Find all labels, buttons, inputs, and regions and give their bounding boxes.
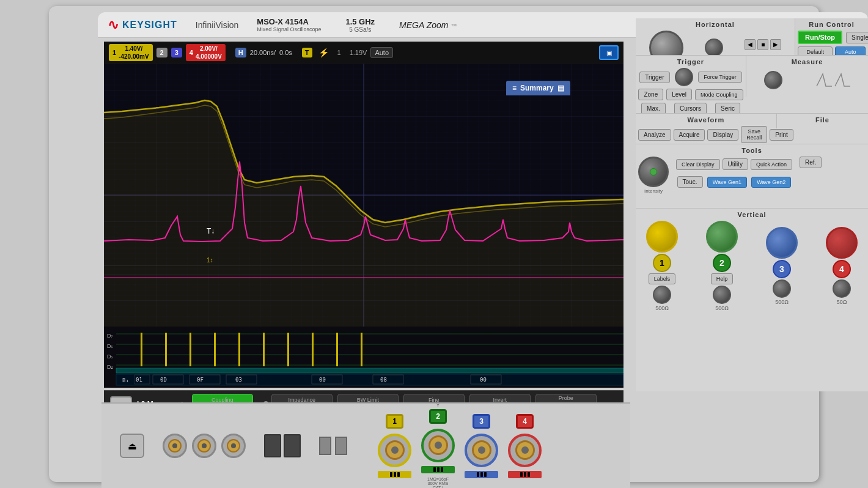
ch2-bnc: Y 2 1MΩ=16pF300V RMSCAT I: [421, 402, 455, 489]
ch3-pos-knob[interactable]: [773, 279, 791, 298]
probe-conn-3[interactable]: [221, 434, 246, 458]
file-section: File: [776, 113, 868, 128]
svg-rect-40: [336, 333, 338, 366]
svg-rect-36: [238, 333, 240, 366]
ch1-bnc-conn[interactable]: [378, 434, 411, 467]
usb-icon: ⏏: [128, 440, 137, 452]
analyze-btn[interactable]: Analyze: [638, 129, 671, 141]
right-panel: Horizontal Horiz Search ◀ ■ ▶ Navigate: [636, 18, 868, 391]
probe-conn-1[interactable]: [163, 434, 187, 458]
ch3-badge[interactable]: 3: [171, 48, 182, 57]
svg-text:08: 08: [380, 377, 387, 383]
ch2-badge[interactable]: 2: [156, 48, 167, 57]
save-recall-btn[interactable]: Save Recall: [741, 126, 767, 143]
run-stop-btn[interactable]: Run/Stop: [798, 31, 842, 44]
nav-prev[interactable]: ◀: [745, 39, 756, 50]
ch2-num-badge[interactable]: 2: [713, 254, 731, 272]
svg-text:D₅: D₅: [107, 353, 114, 360]
measure-knob[interactable]: [764, 71, 782, 89]
ch1-impedance: 500Ω: [655, 305, 669, 311]
ch4-bnc: 4: [508, 414, 542, 478]
trigger-knob[interactable]: [675, 68, 693, 86]
labels-btn[interactable]: Labels: [649, 273, 676, 284]
level-btn[interactable]: Level: [666, 89, 692, 100]
svg-text:0F: 0F: [197, 377, 204, 383]
trigger-btn[interactable]: Trigger: [639, 72, 669, 83]
ch4-scale-knob[interactable]: [826, 227, 858, 259]
nav-next[interactable]: ▶: [770, 39, 781, 50]
display-btn[interactable]: Display: [707, 129, 738, 141]
clear-display-btn[interactable]: Clear Display: [676, 159, 720, 170]
probe-conn-2[interactable]: [192, 434, 216, 458]
ch3-num-badge[interactable]: 3: [773, 260, 791, 278]
h-badge[interactable]: H: [235, 48, 246, 57]
ch2-scale-knob[interactable]: [706, 221, 738, 253]
mode-coupling-btn[interactable]: Mode Coupling: [695, 89, 743, 100]
grid-svg: T↓ 1↕: [104, 64, 623, 327]
summary-tab[interactable]: ≡ Summary ▤: [506, 81, 570, 95]
mode-badge[interactable]: Auto: [370, 47, 393, 58]
svg-rect-35: [214, 333, 216, 366]
force-trigger-btn[interactable]: Force Trigger: [698, 72, 742, 83]
spec-ghz: 1.5 GHz: [345, 17, 375, 26]
ch2-impedance: 500Ω: [715, 305, 729, 311]
search-knob[interactable]: [705, 39, 723, 57]
nav-stop[interactable]: ■: [757, 39, 768, 50]
ch2-bnc-conn[interactable]: [421, 429, 455, 462]
trig-in-port[interactable]: [319, 437, 331, 455]
ch1-num-badge[interactable]: 1: [653, 254, 671, 272]
intensity-knob[interactable]: [638, 157, 669, 187]
dropdown-container: ≡ Summary ▤ ≡ Summary ↕ Cursors ⊞ Measur…: [506, 81, 570, 95]
ch1-scale-knob[interactable]: [646, 221, 678, 253]
usb-port-2[interactable]: [284, 434, 301, 457]
utility-btn[interactable]: Utility: [723, 158, 748, 170]
ch1-badge[interactable]: 1 1.40V/ -420.00mV: [109, 44, 153, 61]
usb-port-1[interactable]: [264, 434, 281, 457]
print-btn[interactable]: Print: [770, 129, 793, 141]
zone-btn[interactable]: Zone: [638, 89, 663, 100]
svg-text:B₁: B₁: [122, 377, 129, 383]
series-name: InfiniiVision: [196, 20, 239, 30]
ch3-bnc-conn[interactable]: [465, 434, 498, 467]
trig-out-port[interactable]: [335, 437, 347, 455]
ch4-bnc-conn[interactable]: [508, 434, 542, 467]
acq-button[interactable]: ▣: [599, 45, 619, 60]
help-btn[interactable]: Help: [711, 273, 734, 284]
svg-text:D₄: D₄: [107, 364, 114, 370]
ref-btn[interactable]: Ref.: [800, 157, 822, 168]
usb-btn[interactable]: ⏏: [120, 434, 144, 458]
ch2-pos-knob[interactable]: [713, 286, 731, 304]
acquire-btn[interactable]: Acquire: [674, 129, 705, 141]
trigger-value: 1.19V: [350, 49, 367, 56]
spec-info: 1.5 GHz 5 GSa/s: [345, 17, 375, 33]
ch4-pos-knob[interactable]: [833, 279, 851, 298]
t-badge[interactable]: T: [302, 48, 312, 57]
trigger-title: Trigger: [638, 58, 743, 65]
svg-text:01: 01: [136, 377, 142, 383]
digital-svg: D₇ D₆ D₅ D₄ B₁ 01 0D 0F 03 00: [104, 327, 623, 388]
wave-gen2-btn[interactable]: Wave Gen2: [751, 177, 791, 188]
wave-gen1-btn[interactable]: Wave Gen1: [707, 177, 747, 188]
touch-btn[interactable]: Touc.: [677, 176, 703, 188]
ch4-num-badge[interactable]: 4: [833, 260, 851, 278]
quick-action-btn[interactable]: Quick Action: [751, 159, 792, 170]
ch1-pos-knob[interactable]: [653, 286, 671, 304]
svg-text:D₆: D₆: [107, 343, 114, 349]
digital-area: D₇ D₆ D₅ D₄ B₁ 01 0D 0F 03 00: [104, 327, 623, 388]
spec-gs: 5 GSa/s: [349, 26, 371, 33]
summary-list-icon: ▤: [557, 84, 564, 92]
model-name: MSO-X 4154A: [257, 17, 321, 26]
svg-text:03: 03: [235, 377, 242, 383]
run-control-title: Run Control: [798, 21, 866, 28]
ch3-scale-knob[interactable]: [766, 227, 798, 259]
ch4-badge[interactable]: 4 2.00V/ 4.00000V: [186, 44, 226, 61]
svg-rect-16: [116, 374, 623, 385]
svg-text:1↕: 1↕: [207, 257, 213, 264]
model-info: MSO-X 4154A Mixed Signal Oscilloscope: [257, 17, 321, 32]
waveform-area[interactable]: T↓ 1↕: [104, 64, 623, 327]
waveform-title: Waveform: [638, 116, 774, 124]
single-btn[interactable]: Single: [846, 32, 868, 43]
svg-rect-34: [189, 333, 191, 366]
svg-text:00: 00: [319, 377, 326, 383]
summary-tab-label: Summary: [520, 84, 554, 92]
